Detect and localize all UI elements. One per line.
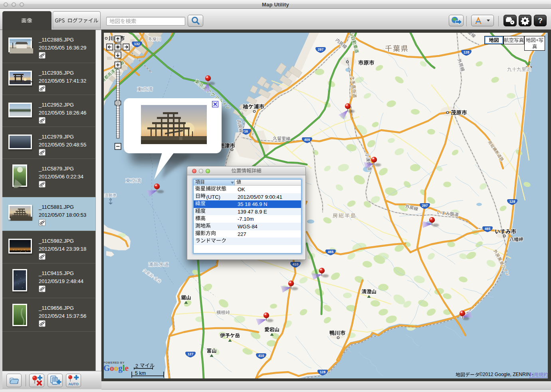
svg-text:297: 297 xyxy=(422,204,428,208)
svg-text:AUTO: AUTO xyxy=(68,382,78,386)
svg-text:410: 410 xyxy=(293,262,299,266)
svg-text:465: 465 xyxy=(485,227,491,231)
svg-text:465: 465 xyxy=(328,250,334,254)
svg-text:410: 410 xyxy=(258,354,264,358)
svg-text:2: 2 xyxy=(135,363,138,369)
svg-text:128: 128 xyxy=(320,370,326,374)
svg-text:5 km: 5 km xyxy=(135,370,146,376)
svg-text:128: 128 xyxy=(509,200,515,204)
svg-text:132: 132 xyxy=(134,42,140,46)
svg-text:128: 128 xyxy=(464,50,470,54)
svg-text:297: 297 xyxy=(318,48,324,51)
svg-text:127: 127 xyxy=(188,352,194,356)
svg-text:16: 16 xyxy=(244,129,248,133)
svg-text:409: 409 xyxy=(304,138,310,142)
